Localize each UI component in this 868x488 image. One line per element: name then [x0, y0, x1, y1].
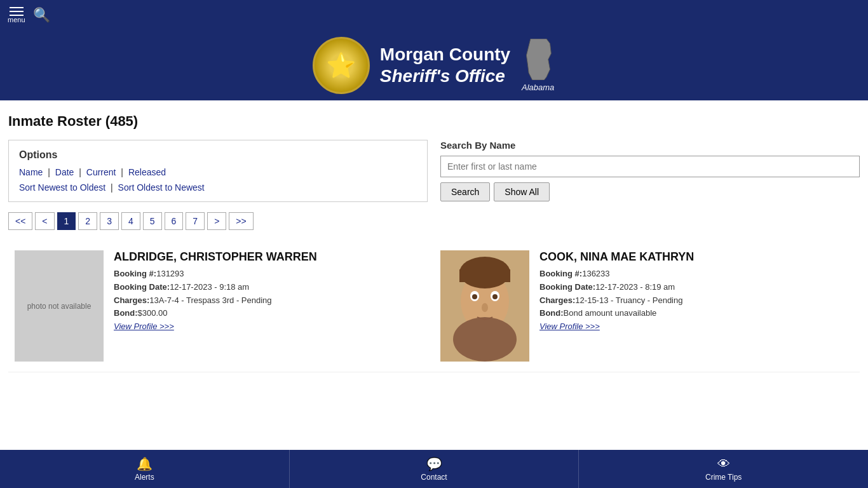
page-4[interactable]: 4: [121, 212, 140, 230]
sort-links: Sort Newest to Oldest | Sort Oldest to N…: [19, 182, 417, 193]
inmate-name: COOK, NINA MAE KATHRYN: [539, 250, 694, 264]
inmate-booking-date: Booking Date:12-17-2023 - 8:19 am: [539, 281, 694, 294]
options-heading: Options: [19, 149, 417, 161]
search-box: Search By Name Search Show All: [440, 140, 860, 201]
page-title: Inmate Roster (485): [8, 113, 860, 130]
page-1[interactable]: 1: [57, 212, 76, 230]
inmate-booking-num: Booking #:131293: [114, 268, 317, 281]
main-content: Inmate Roster (485) Options Name | Date …: [2, 100, 866, 385]
search-icon[interactable]: 🔍: [33, 7, 50, 24]
inmate-photo-svg: [440, 250, 529, 362]
page-5[interactable]: 5: [143, 212, 162, 230]
menu-label: menu: [8, 16, 25, 24]
inmate-bond: Bond:Bond amount unavailable: [539, 307, 694, 320]
top-nav: menu 🔍: [0, 0, 868, 30]
filter-links: Name | Date | Current | Released: [19, 167, 417, 177]
inmate-card: photo not available ALDRIDGE, CHRISTOPHE…: [8, 240, 434, 372]
svg-rect-10: [459, 269, 510, 282]
state-label: Alabama: [522, 83, 554, 92]
view-profile-cook[interactable]: View Profile >>>: [539, 322, 600, 331]
svg-marker-0: [527, 39, 552, 80]
page-2[interactable]: 2: [78, 212, 97, 230]
filter-name[interactable]: Name: [19, 167, 43, 177]
inmate-info-aldridge: ALDRIDGE, CHRISTOPHER WARREN Booking #:1…: [114, 250, 317, 334]
page-6[interactable]: 6: [165, 212, 184, 230]
svg-point-6: [472, 294, 477, 299]
inmate-charges: Charges:13A-7-4 - Trespass 3rd - Pending: [114, 294, 317, 308]
inmate-bond: Bond:$300.00: [114, 307, 317, 320]
filter-date[interactable]: Date: [55, 167, 74, 177]
inmate-list: photo not available ALDRIDGE, CHRISTOPHE…: [8, 240, 860, 372]
inmate-card: COOK, NINA MAE KATHRYN Booking #:136233 …: [434, 240, 860, 372]
state-map-block: Alabama: [520, 39, 555, 92]
inmate-name: ALDRIDGE, CHRISTOPHER WARREN: [114, 250, 317, 264]
inmate-booking-num: Booking #:136233: [539, 268, 694, 281]
inmate-info-cook: COOK, NINA MAE KATHRYN Booking #:136233 …: [539, 250, 694, 334]
pagination: << < 1 2 3 4 5 6 7 > >>: [8, 212, 860, 230]
menu-button[interactable]: menu: [8, 7, 25, 24]
inmate-photo-cook: [440, 250, 529, 362]
page-last[interactable]: >>: [229, 212, 253, 230]
no-photo-label: photo not available: [27, 302, 92, 311]
page-next[interactable]: >: [207, 212, 226, 230]
sheriff-badge: ⭐: [313, 37, 370, 94]
filter-current[interactable]: Current: [86, 167, 116, 177]
filter-released[interactable]: Released: [128, 167, 166, 177]
view-profile-aldridge[interactable]: View Profile >>>: [114, 322, 174, 331]
search-button[interactable]: Search: [440, 182, 490, 201]
options-box: Options Name | Date | Current | Released…: [8, 140, 428, 202]
page-prev[interactable]: <: [35, 212, 54, 230]
site-title-line1: Morgan County: [380, 44, 510, 65]
search-heading: Search By Name: [440, 140, 860, 151]
search-btn-row: Search Show All: [440, 182, 860, 201]
show-all-button[interactable]: Show All: [494, 182, 550, 201]
svg-point-3: [453, 317, 517, 362]
site-header: ⭐ Morgan County Sheriff's Office Alabama: [0, 30, 868, 100]
page-3[interactable]: 3: [100, 212, 119, 230]
site-title-block: Morgan County Sheriff's Office: [380, 44, 510, 86]
inmate-photo-aldridge: photo not available: [15, 250, 104, 362]
site-title-line2: Sheriff's Office: [380, 65, 510, 87]
page-first[interactable]: <<: [8, 212, 32, 230]
page-7[interactable]: 7: [186, 212, 205, 230]
sort-newest[interactable]: Sort Newest to Oldest: [19, 182, 105, 193]
options-search-row: Options Name | Date | Current | Released…: [8, 140, 860, 202]
svg-point-7: [492, 294, 498, 299]
sort-oldest[interactable]: Sort Oldest to Newest: [118, 182, 205, 193]
inmate-booking-date: Booking Date:12-17-2023 - 9:18 am: [114, 281, 317, 294]
alabama-map-icon: [520, 39, 555, 80]
svg-point-8: [482, 303, 488, 312]
search-input[interactable]: [440, 156, 860, 177]
hamburger-icon: [10, 7, 24, 16]
inmate-charges: Charges:12-15-13 - Truancy - Pending: [539, 294, 694, 308]
